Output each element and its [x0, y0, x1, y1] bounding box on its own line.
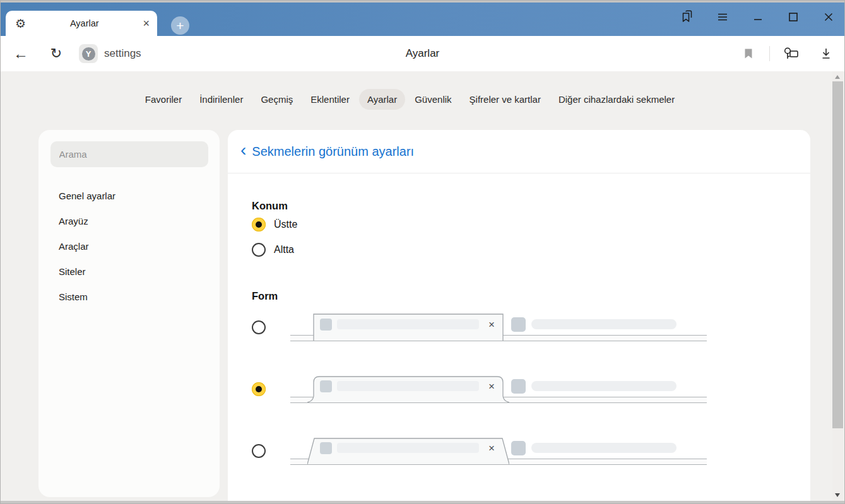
radio-shape-rounded[interactable]	[252, 382, 266, 396]
nav-favoriler[interactable]: Favoriler	[137, 89, 190, 110]
tab-shape-preview-rounded: ×	[290, 375, 707, 403]
sidebar-item-genel-ayarlar[interactable]: Genel ayarlar	[38, 184, 220, 209]
radio-label-ustte[interactable]: Üstte	[274, 219, 297, 230]
reload-button[interactable]: ↻	[47, 45, 65, 62]
scrollbar-thumb[interactable]	[832, 81, 843, 428]
preview-title-placeholder	[531, 443, 677, 453]
preview-active-tab: ×	[314, 314, 503, 335]
section-content: Konum Üstte Altta Form	[228, 173, 810, 465]
preview-favicon	[320, 442, 332, 454]
sidebar-item-sistem[interactable]: Sistem	[38, 284, 220, 310]
preview-title-placeholder	[337, 381, 479, 391]
close-window-button[interactable]	[819, 8, 838, 26]
preview-favicon	[320, 319, 332, 331]
download-icon	[820, 47, 832, 61]
preview-title-placeholder	[531, 319, 677, 329]
nav-ayarlar[interactable]: Ayarlar	[359, 89, 405, 110]
tab-shape-preview-trapezoid: ×	[290, 437, 707, 465]
maximize-icon	[787, 11, 800, 23]
collections-icon	[680, 9, 695, 25]
menu-button[interactable]	[713, 8, 732, 26]
konum-heading: Konum	[252, 200, 810, 212]
preview-active-tab: ×	[314, 375, 503, 397]
address-bar: ← ↻ Y settings Ayarlar	[1, 36, 844, 71]
passwords-button[interactable]	[781, 46, 800, 61]
bookmark-button[interactable]	[739, 47, 758, 60]
menu-icon	[716, 11, 729, 23]
preview-favicon	[511, 441, 526, 455]
window-controls	[661, 8, 838, 26]
preview-close-icon: ×	[488, 319, 495, 330]
tab-strip: ⚙ Ayarlar × +	[1, 1, 844, 36]
preview-close-icon: ×	[488, 443, 495, 454]
radio-altta[interactable]	[252, 243, 266, 257]
nav-sifreler[interactable]: Şifreler ve kartlar	[461, 89, 549, 110]
preview-title-placeholder	[337, 319, 479, 329]
close-icon	[822, 11, 835, 23]
preview-active-tab: ×	[314, 437, 503, 459]
collections-button[interactable]	[678, 8, 697, 26]
preview-inactive-tab	[511, 314, 677, 335]
minimize-button[interactable]	[748, 8, 767, 26]
scrollbar-up-arrow-icon[interactable]	[835, 75, 840, 79]
settings-page: Favoriler İndirilenler Geçmiş Eklentiler…	[1, 71, 844, 503]
radio-option-ustte: Üstte	[252, 212, 810, 237]
nav-indirilenler[interactable]: İndirilenler	[191, 89, 251, 110]
bookmark-icon	[742, 47, 755, 60]
url-text[interactable]: settings	[104, 47, 141, 60]
tab-title: Ayarlar	[26, 18, 143, 28]
nav-diger-cihazlar[interactable]: Diğer cihazlardaki sekmeler	[550, 89, 683, 110]
nav-guvenlik[interactable]: Güvenlik	[406, 89, 459, 110]
preview-title-placeholder	[337, 443, 479, 453]
settings-gear-icon: ⚙	[15, 18, 26, 30]
radio-label-altta[interactable]: Altta	[274, 244, 294, 255]
preview-favicon	[511, 379, 526, 394]
tab-close-icon[interactable]: ×	[143, 18, 150, 29]
tab-shape-preview-square: ×	[290, 314, 707, 341]
downloads-button[interactable]	[817, 47, 836, 61]
chevron-left-icon: ‹	[240, 141, 246, 159]
back-button[interactable]: ←	[12, 45, 30, 62]
radio-shape-trapezoid[interactable]	[252, 444, 266, 458]
section-title: Sekmelerin görünüm ayarları	[252, 144, 414, 159]
preview-inactive-tab	[511, 375, 677, 397]
site-badge[interactable]: Y	[79, 44, 98, 63]
settings-content-card: ‹ Sekmelerin görünüm ayarları Konum Üstt…	[228, 130, 810, 504]
section-header[interactable]: ‹ Sekmelerin görünüm ayarları	[228, 130, 810, 173]
new-tab-button[interactable]: +	[171, 16, 189, 35]
radio-shape-square[interactable]	[252, 320, 266, 334]
preview-title-placeholder	[531, 381, 677, 391]
preview-bottom-line	[290, 341, 707, 341]
preview-bottom-line	[290, 464, 707, 465]
key-cards-icon	[782, 46, 800, 61]
sidebar-item-araclar[interactable]: Araçlar	[38, 234, 220, 259]
browser-tab-ayarlar[interactable]: ⚙ Ayarlar ×	[6, 11, 157, 36]
form-heading: Form	[252, 290, 810, 302]
search-input[interactable]	[50, 141, 208, 167]
preview-favicon	[320, 380, 332, 392]
nav-gecmis[interactable]: Geçmiş	[252, 89, 301, 110]
form-option-rounded: ×	[252, 375, 810, 403]
radio-ustte[interactable]	[252, 218, 266, 231]
browser-window: ⚙ Ayarlar × +	[0, 0, 845, 504]
sidebar-item-arayuz[interactable]: Arayüz	[38, 209, 220, 234]
scrollbar-down-arrow-icon[interactable]	[835, 493, 840, 497]
settings-sidebar: Genel ayarlar Arayüz Araçlar Siteler Sis…	[38, 130, 220, 497]
page-scrollbar[interactable]	[832, 71, 843, 501]
maximize-button[interactable]	[784, 8, 803, 26]
toolbar-divider	[769, 46, 770, 61]
preview-close-icon: ×	[488, 381, 495, 392]
radio-option-altta: Altta	[252, 237, 810, 262]
settings-nav: Favoriler İndirilenler Geçmiş Eklentiler…	[1, 89, 819, 110]
window-bottom-edge	[1, 501, 844, 503]
sidebar-item-siteler[interactable]: Siteler	[38, 259, 220, 284]
minimize-icon	[752, 11, 764, 23]
preview-favicon	[511, 317, 526, 332]
form-option-square: ×	[252, 314, 810, 341]
preview-bottom-line	[290, 402, 707, 403]
sidebar-items: Genel ayarlar Arayüz Araçlar Siteler Sis…	[38, 184, 220, 310]
form-option-trapezoid: ×	[252, 437, 810, 465]
nav-eklentiler[interactable]: Eklentiler	[302, 89, 358, 110]
preview-inactive-tab	[511, 437, 677, 459]
address-bar-actions	[739, 46, 836, 61]
